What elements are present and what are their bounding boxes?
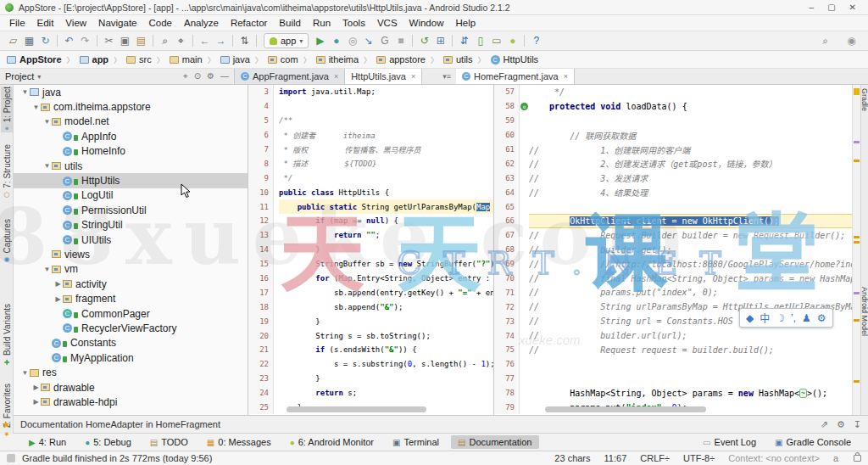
panel-gear-icon[interactable]: ⚙	[837, 419, 845, 430]
sdk-manager-icon[interactable]: ▯	[472, 33, 488, 49]
tree-item-constants[interactable]: CConstants	[14, 336, 248, 350]
editor-homefragment[interactable]: 57 */58o protected void loadData() {5960…	[494, 85, 852, 415]
ime-settings-icon[interactable]: ⚙	[817, 312, 826, 324]
tree-item-model-net[interactable]: ▼model.net	[14, 115, 248, 129]
breadcrumb-main[interactable]: main	[170, 54, 203, 64]
ime-moon-icon[interactable]: ☽	[776, 312, 785, 324]
tool-button-5-debug[interactable]: ●5: Debug	[78, 435, 138, 449]
error-stripe-mark[interactable]	[854, 380, 860, 383]
chevron-down-icon[interactable]: ▼	[42, 266, 52, 273]
tree-item-permissionutil[interactable]: CPermissionUtil	[14, 203, 248, 217]
ime-punct-icon[interactable]: ’,	[791, 312, 796, 324]
collapse-all-icon[interactable]: ⊙	[194, 71, 201, 81]
tab-splitter-icon[interactable]: ▾≡	[437, 69, 456, 84]
tree-item-drawable-hdpi[interactable]: ▶drawable-hdpi	[14, 395, 248, 409]
chevron-right-icon[interactable]: ▶	[31, 398, 41, 406]
tool-button-gradle-console[interactable]: ▣Gradle Console	[768, 435, 858, 449]
help-icon[interactable]: ?	[528, 33, 544, 49]
menu-edit[interactable]: Edit	[31, 18, 60, 28]
error-stripe-mark[interactable]	[854, 292, 860, 294]
scroll-to-source-icon[interactable]: ⌖	[183, 71, 188, 81]
menu-run[interactable]: Run	[307, 18, 337, 28]
strip-1-project[interactable]: ●1: Project	[1, 87, 13, 132]
lock-icon[interactable]	[854, 455, 861, 462]
menu-view[interactable]: View	[59, 18, 92, 28]
menu-vcs[interactable]: VCS	[371, 18, 403, 28]
fragment-toggle[interactable]: a	[833, 453, 838, 463]
strip-android-model[interactable]: Android Model	[860, 287, 868, 336]
line-separator-widget[interactable]: CRLF÷	[640, 453, 670, 463]
project-panel-header[interactable]: Project ▾ ⌖⊙⚙—	[0, 69, 235, 84]
strip-build-variants[interactable]: ✚Build Variants	[1, 304, 13, 366]
tree-item-utils[interactable]: ▼utils	[14, 159, 248, 173]
project-structure-icon[interactable]: ⊞	[432, 33, 448, 49]
minimize-button[interactable]: –	[810, 3, 815, 12]
tree-item-vm[interactable]: ▼vm	[14, 262, 248, 277]
error-stripe-mark[interactable]	[854, 141, 860, 143]
android-icon[interactable]: ●	[504, 33, 520, 49]
coverage-icon[interactable]: ◎	[344, 33, 360, 49]
error-stripe-mark[interactable]	[854, 160, 860, 162]
horizontal-scrollbar[interactable]	[287, 406, 426, 412]
menu-navigate[interactable]: Navigate	[92, 18, 142, 28]
chevron-down-icon[interactable]: ▼	[42, 118, 52, 126]
override-icon[interactable]: o	[520, 103, 528, 110]
documentation-panel-header[interactable]: Documentation HomeAdapter in HomeFragmen…	[14, 415, 868, 434]
run-icon[interactable]: ▶	[312, 33, 328, 49]
strip-7-structure[interactable]: ⬡7: Structure	[1, 144, 13, 199]
attach-debugger-icon[interactable]: ↘	[360, 33, 376, 49]
stop-icon[interactable]: ■	[392, 33, 409, 49]
chevron-down-icon[interactable]: ▼	[20, 88, 30, 96]
run-config-selector[interactable]: app▾	[264, 33, 309, 48]
save-icon[interactable]: ▦	[21, 33, 37, 49]
tree-item-com-itheima-appstore[interactable]: ▼com.itheima.appstore	[14, 99, 248, 114]
tool-button-documentation[interactable]: ▤Documentation	[451, 435, 538, 449]
maximize-button[interactable]: ▢	[827, 3, 835, 12]
dock-icon[interactable]: ↧	[854, 419, 861, 430]
error-stripe-mark[interactable]	[854, 88, 860, 95]
forward-icon[interactable]: →	[213, 33, 229, 49]
tool-button-todo[interactable]: ▤TODO	[143, 435, 195, 449]
menu-code[interactable]: Code	[142, 18, 178, 28]
error-stripe-mark[interactable]	[854, 319, 860, 322]
tool-button-6-android-monitor[interactable]: ●6: Android Monitor	[283, 435, 381, 449]
encoding-widget[interactable]: UTF-8÷	[683, 453, 715, 463]
breadcrumb-utils[interactable]: utils	[443, 54, 473, 64]
breadcrumb-java[interactable]: java	[220, 54, 250, 64]
hide-panel-icon[interactable]: —	[220, 71, 229, 81]
menu-help[interactable]: Help	[449, 18, 481, 28]
cut-icon[interactable]: ✂	[101, 33, 117, 49]
menu-file[interactable]: File	[3, 18, 31, 28]
close-button[interactable]: ✕	[849, 3, 856, 12]
avatar-icon[interactable]: ◉	[843, 33, 860, 49]
tree-item-commonpager[interactable]: CCommonPager	[14, 306, 248, 321]
breadcrumb-app[interactable]: app	[80, 54, 109, 64]
editor-httputils[interactable]: 3import java.util.Map;45/**6 * 创建者 ithei…	[248, 85, 494, 415]
tree-item-recyclerviewfactory[interactable]: CRecyclerViewFactory	[14, 321, 248, 335]
redo-icon[interactable]: ↷	[77, 33, 93, 49]
breadcrumb-com[interactable]: com	[268, 54, 298, 64]
tree-item-appinfo[interactable]: CAppInfo	[14, 129, 248, 143]
open-icon[interactable]: ▱	[5, 33, 21, 49]
ime-lang-icon[interactable]: 中	[760, 311, 770, 325]
replace-icon[interactable]: ⌖	[173, 33, 189, 49]
breadcrumb-appstore[interactable]: appstore	[376, 54, 426, 64]
close-icon[interactable]: ×	[564, 72, 568, 81]
chevron-down-icon[interactable]: ▼	[20, 369, 30, 377]
caret-position[interactable]: 11:67	[604, 453, 627, 463]
tree-item-uiutils[interactable]: CUIUtils	[14, 232, 248, 247]
horizontal-scrollbar[interactable]	[545, 406, 706, 412]
menu-analyze[interactable]: Analyze	[178, 18, 225, 28]
project-tree[interactable]: ▼java▼com.itheima.appstore▼model.netCApp…	[14, 85, 248, 415]
breadcrumb-appstore[interactable]: AppStore	[7, 54, 62, 64]
breadcrumb-itheima[interactable]: itheima	[316, 54, 359, 64]
sync-gradle-icon[interactable]: ↺	[416, 33, 432, 49]
chevron-down-icon[interactable]: ▼	[31, 104, 41, 111]
tool-button-4-run[interactable]: ▶4: Run	[22, 435, 73, 449]
tree-item-views[interactable]: views	[14, 247, 248, 261]
avd-manager-icon[interactable]: ▭	[488, 33, 504, 49]
breadcrumb-src[interactable]: src	[126, 54, 152, 64]
menu-tools[interactable]: Tools	[337, 18, 371, 28]
favorites-star-icon[interactable]: ★	[2, 419, 10, 430]
tree-item-myapplication[interactable]: CMyApplication	[14, 350, 248, 365]
